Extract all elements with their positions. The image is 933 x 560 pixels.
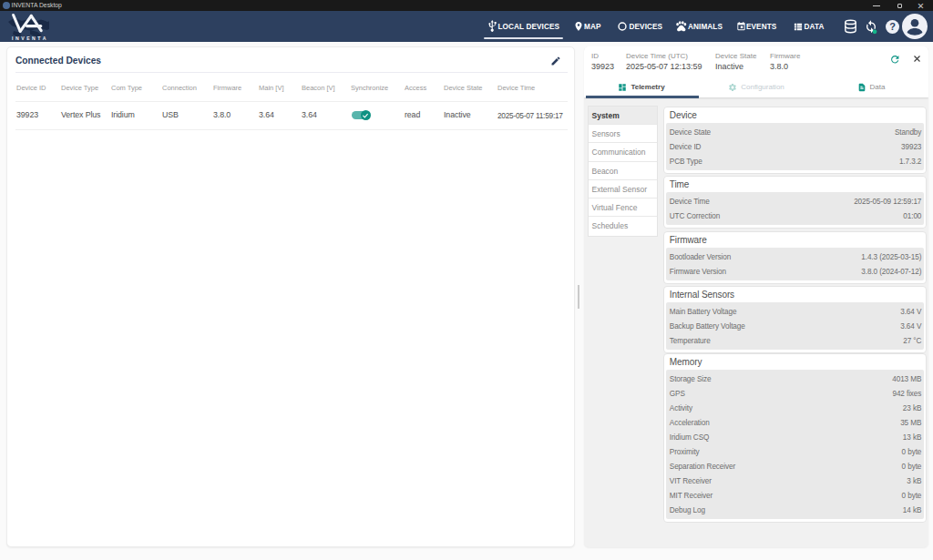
svg-text:INVENTA: INVENTA: [12, 36, 48, 41]
